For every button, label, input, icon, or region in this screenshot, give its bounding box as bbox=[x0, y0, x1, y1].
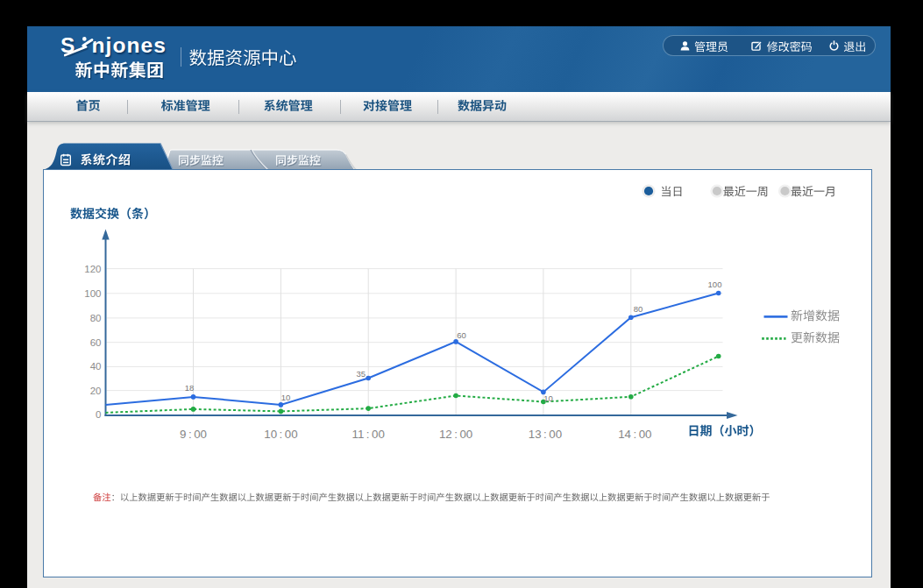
svg-text:13:00: 13:00 bbox=[528, 428, 561, 441]
svg-text:9:00: 9:00 bbox=[180, 428, 207, 441]
svg-text:35: 35 bbox=[356, 369, 366, 379]
svg-text:18: 18 bbox=[184, 383, 194, 393]
svg-text:80: 80 bbox=[89, 313, 101, 323]
svg-text:0: 0 bbox=[96, 409, 101, 420]
svg-text:60: 60 bbox=[457, 330, 466, 340]
svg-text:20: 20 bbox=[89, 386, 101, 396]
svg-text:10: 10 bbox=[280, 393, 290, 402]
svg-text:100: 100 bbox=[707, 280, 721, 289]
svg-text:60: 60 bbox=[89, 337, 101, 348]
svg-text:12:00: 12:00 bbox=[438, 428, 472, 441]
svg-text:100: 100 bbox=[84, 288, 101, 299]
svg-text:14:00: 14:00 bbox=[618, 428, 651, 441]
svg-text:40: 40 bbox=[89, 361, 101, 372]
svg-text:10: 10 bbox=[543, 393, 553, 403]
svg-text:120: 120 bbox=[84, 264, 101, 274]
svg-text:80: 80 bbox=[633, 304, 643, 314]
svg-text:11:00: 11:00 bbox=[351, 428, 384, 441]
svg-text:10:00: 10:00 bbox=[264, 428, 297, 441]
